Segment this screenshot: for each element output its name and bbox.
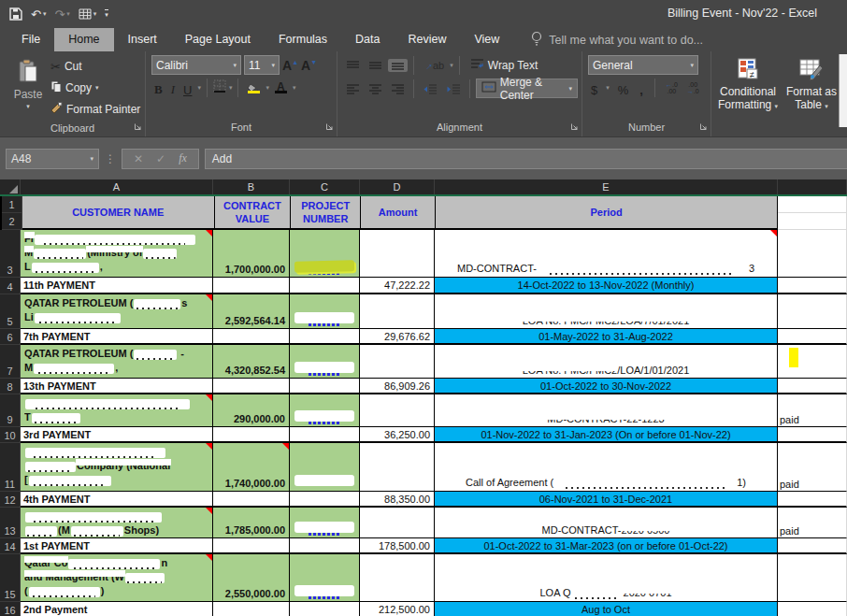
cell-B11[interactable]: 1,740,000.00: [213, 443, 290, 492]
row-header-11[interactable]: 11: [0, 443, 21, 492]
format-as-table-button[interactable]: Format as Table ▾: [781, 55, 842, 118]
bold-button[interactable]: B: [151, 79, 165, 97]
name-box[interactable]: A48 ▾: [6, 149, 99, 169]
copy-button[interactable]: Copy ▾: [50, 79, 140, 97]
row-header-2[interactable]: 2: [2, 213, 22, 229]
cell-B12[interactable]: [213, 492, 290, 508]
cell-A9[interactable]: T: [21, 394, 213, 427]
header-cell-A[interactable]: CUSTOMER NAME: [22, 196, 215, 230]
cell-F6[interactable]: [778, 329, 847, 345]
cell-A7[interactable]: QATAR PETROLEUM ( -M,: [21, 345, 213, 379]
cell-F8[interactable]: [778, 379, 847, 394]
cell-C6[interactable]: [290, 329, 360, 345]
cell-A6[interactable]: 7th PAYMENT: [21, 329, 213, 345]
cell-A15[interactable]: Qatar Conand Management (W(): [21, 554, 213, 602]
cell-E7[interactable]: LOA No. FMC/FMC2/LOA/1/01/2021: [435, 345, 778, 379]
row-header-5[interactable]: 5: [0, 294, 21, 329]
formula-input[interactable]: Add: [205, 149, 847, 169]
cell-E5[interactable]: LOA No. FMC/FMC2/LOA/7/01/2021: [435, 294, 778, 329]
cell-F15[interactable]: [778, 554, 847, 602]
cell-E3[interactable]: MD-CONTRACT-3: [435, 230, 778, 278]
orientation-dropdown-arrow[interactable]: ▾: [450, 62, 453, 69]
number-dialog-launcher[interactable]: [699, 122, 708, 133]
save-icon[interactable]: [9, 7, 22, 21]
accounting-format-button[interactable]: $: [588, 79, 600, 97]
cell-A16[interactable]: 2nd Payment: [21, 602, 213, 616]
header-cell-B[interactable]: CONTRACT VALUE: [215, 196, 292, 230]
row-header-15[interactable]: 15: [0, 554, 21, 602]
undo-button[interactable]: ↶▾: [31, 7, 46, 21]
cell-D13[interactable]: [360, 508, 435, 538]
cell-A3[interactable]: FiM(Ministry ofL,: [21, 230, 213, 278]
column-header-F[interactable]: [778, 179, 847, 194]
cell-F11[interactable]: paid: [778, 443, 847, 492]
paste-dropdown-arrow[interactable]: ▾: [26, 103, 30, 110]
row-header-1[interactable]: 1: [2, 196, 22, 213]
tab-review[interactable]: Review: [394, 28, 460, 51]
row-header-12[interactable]: 12: [0, 492, 21, 508]
column-header-C[interactable]: C: [290, 179, 360, 194]
row-header-14[interactable]: 14: [0, 538, 21, 554]
row-header-8[interactable]: 8: [0, 379, 21, 394]
decrease-decimal-button[interactable]: .00→.0: [685, 81, 701, 94]
redo-button[interactable]: ↷▾: [54, 7, 69, 21]
increase-font-size-button[interactable]: A▲: [282, 58, 298, 73]
font-color-dropdown-arrow[interactable]: ▾: [293, 84, 296, 92]
bottom-align-button[interactable]: [388, 59, 408, 72]
percent-style-button[interactable]: %: [615, 79, 632, 97]
number-format-combobox[interactable]: General▾: [588, 55, 698, 75]
tab-formulas[interactable]: Formulas: [265, 28, 341, 51]
cell-F-1-2[interactable]: [778, 196, 847, 230]
paste-button[interactable]: Paste ▾: [6, 55, 50, 119]
row-header-6[interactable]: 6: [0, 329, 21, 345]
insert-function-icon[interactable]: fx: [179, 151, 187, 165]
cell-E10[interactable]: 01-Nov-2022 to 31-Jan-2023 (On or before…: [435, 427, 778, 443]
cell-F13[interactable]: paid: [778, 508, 847, 538]
cell-D9[interactable]: [360, 394, 435, 427]
cell-F10[interactable]: [778, 427, 847, 443]
cell-E14[interactable]: 01-Oct-2022 to 31-Mar-2023 (on or before…: [435, 538, 778, 554]
cell-D14[interactable]: 178,500.00: [360, 538, 435, 554]
cell-F5[interactable]: [778, 294, 847, 329]
fill-color-button[interactable]: [244, 82, 263, 94]
cell-A12[interactable]: 4th PAYMENT: [21, 492, 213, 508]
fill-color-dropdown-arrow[interactable]: ▾: [266, 84, 269, 92]
row-header-10[interactable]: 10: [0, 427, 21, 443]
cell-A8[interactable]: 13th PAYMENT: [21, 379, 213, 394]
cell-D10[interactable]: 36,250.00: [360, 427, 435, 443]
cell-D3[interactable]: [360, 230, 435, 278]
tab-file[interactable]: File: [7, 28, 54, 51]
header-cell-C[interactable]: PROJECT NUMBER: [291, 196, 361, 230]
accounting-dropdown-arrow[interactable]: ▾: [606, 84, 610, 92]
cell-B8[interactable]: [213, 379, 290, 394]
cell-C13[interactable]: [290, 508, 360, 538]
select-all-corner[interactable]: [0, 179, 21, 194]
cell-E12[interactable]: 06-Nov-2021 to 31-Dec-2021: [435, 492, 778, 508]
row-header-16[interactable]: 16: [0, 602, 21, 616]
cell-B16[interactable]: [213, 602, 290, 616]
top-align-button[interactable]: [343, 59, 363, 72]
tab-home[interactable]: Home: [54, 28, 113, 51]
cell-D8[interactable]: 86,909.26: [360, 379, 435, 394]
increase-indent-button[interactable]: [443, 82, 464, 95]
alignment-dialog-launcher[interactable]: [570, 122, 579, 133]
copy-dropdown-arrow[interactable]: ▾: [95, 84, 99, 92]
cell-D15[interactable]: [360, 554, 435, 602]
merge-dropdown-arrow[interactable]: ▾: [568, 85, 572, 93]
merge-and-center-button[interactable]: Merge & Center ▾: [476, 79, 578, 98]
comma-style-button[interactable]: ,: [637, 79, 646, 97]
formula-bar-splitter[interactable]: ⋮: [105, 152, 116, 165]
cell-A14[interactable]: 1st PAYMENT: [21, 538, 213, 554]
tab-view[interactable]: View: [460, 28, 513, 51]
header-cell-E[interactable]: Period: [436, 196, 778, 230]
cell-E4[interactable]: 14-Oct-2022 to 13-Nov-2022 (Monthly): [435, 278, 778, 294]
tab-insert[interactable]: Insert: [114, 28, 171, 51]
cell-E15[interactable]: LOA Q2020 0701: [435, 554, 778, 602]
cell-C12[interactable]: [290, 492, 360, 508]
cell-D12[interactable]: 88,350.00: [360, 492, 435, 508]
cell-B5[interactable]: 2,592,564.14: [213, 294, 290, 329]
cell-B4[interactable]: [213, 278, 290, 294]
cell-F12[interactable]: [778, 492, 847, 508]
cell-C7[interactable]: [290, 345, 360, 379]
cell-C11[interactable]: [290, 443, 360, 492]
